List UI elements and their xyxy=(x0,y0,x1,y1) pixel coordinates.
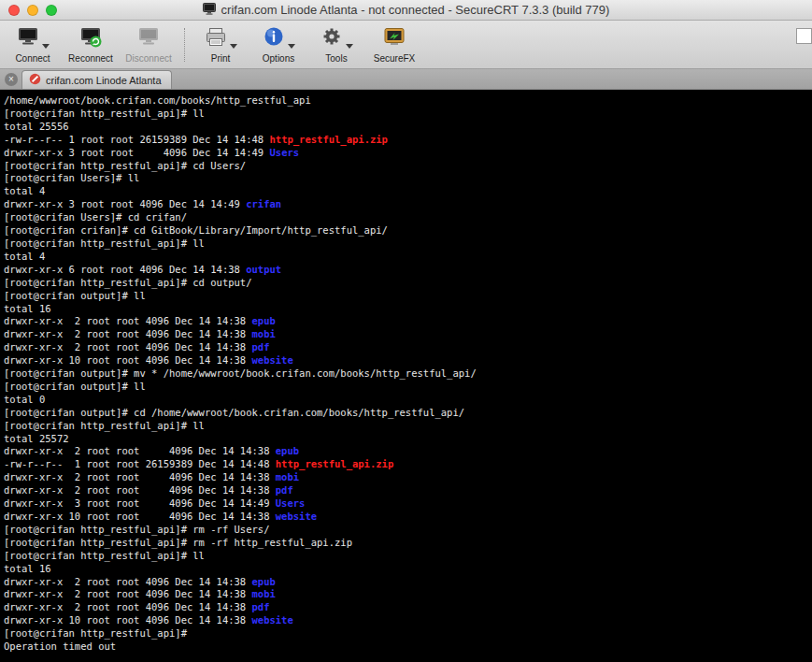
reconnect-icon xyxy=(78,25,103,52)
directory-name: Users xyxy=(276,497,306,509)
directory-name: pdf xyxy=(276,484,293,496)
terminal-text: [root@crifan Users]# cd crifan/ xyxy=(4,211,187,223)
tools-icon xyxy=(320,25,344,52)
terminal-text: [root@crifan http_restful_api]# ll xyxy=(4,550,205,561)
terminal-output[interactable]: /home/wwwroot/book.crifan.com/books/http… xyxy=(0,90,812,662)
toolbar-separator xyxy=(184,28,185,62)
terminal-line: drwxr-xr-x 2 root root 4096 Dec 14 14:38… xyxy=(4,341,812,354)
terminal-line: [root@crifan http_restful_api]# rm -rf h… xyxy=(4,537,812,550)
terminal-text: [root@crifan output]# ll xyxy=(4,381,146,392)
terminal-text: [root@crifan output]# mv * /home/wwwroot… xyxy=(4,367,477,379)
directory-name: epub xyxy=(252,315,276,326)
terminal-line: [root@crifan crifan]# cd GitBook/Library… xyxy=(4,224,812,237)
terminal-text: [root@crifan http_restful_api]# xyxy=(4,627,187,639)
print-button[interactable]: Print xyxy=(192,23,249,66)
terminal-text: [root@crifan output]# ll xyxy=(4,290,146,301)
terminal-text: drwxr-xr-x 10 root root 4096 Dec 14 14:3… xyxy=(4,511,276,522)
directory-name: epub xyxy=(276,445,299,456)
terminal-text: [root@crifan http_restful_api]# rm -rf U… xyxy=(4,524,269,535)
print-icon xyxy=(204,25,228,52)
terminal-text: drwxr-xr-x 10 root root 4096 Dec 14 14:3… xyxy=(4,614,252,626)
directory-name: mobi xyxy=(252,328,276,339)
reconnect-label: Reconnect xyxy=(68,53,113,64)
terminal-line: total 25572 xyxy=(4,433,812,446)
terminal-line: drwxr-xr-x 2 root root 4096 Dec 14 14:38… xyxy=(4,445,812,458)
terminal-text: total 16 xyxy=(4,563,51,574)
terminal-line: -rw-r--r-- 1 root root 26159389 Dec 14 1… xyxy=(4,134,812,147)
terminal-line: [root@crifan output]# ll xyxy=(4,381,812,394)
terminal-line: total 16 xyxy=(4,303,812,316)
zoom-window-button[interactable] xyxy=(46,5,57,16)
terminal-line: [root@crifan http_restful_api]# xyxy=(4,627,812,640)
terminal-line: [root@crifan http_restful_api]# ll xyxy=(4,237,812,251)
tab-bar: × crifan.com Linode Atlanta xyxy=(0,69,812,90)
directory-name: website xyxy=(252,614,293,626)
terminal-line: drwxr-xr-x 2 root root 4096 Dec 14 14:38… xyxy=(4,328,812,341)
terminal-text: [root@crifan http_restful_api]# ll xyxy=(4,108,205,119)
directory-name: mobi xyxy=(252,588,276,599)
terminal-text: drwxr-xr-x 6 root root 4096 Dec 14 14:38 xyxy=(4,264,246,275)
terminal-text: drwxr-xr-x 3 root root 4096 Dec 14 14:49 xyxy=(4,147,269,158)
terminal-line: drwxr-xr-x 3 root root 4096 Dec 14 14:49… xyxy=(4,198,812,211)
terminal-text: total 25572 xyxy=(4,433,69,444)
traffic-lights xyxy=(8,5,57,16)
terminal-text: drwxr-xr-x 2 root root 4096 Dec 14 14:38 xyxy=(4,588,252,599)
minimize-window-button[interactable] xyxy=(27,5,38,16)
connect-button[interactable]: Connect xyxy=(4,23,62,66)
directory-name: pdf xyxy=(252,341,270,353)
terminal-line: drwxr-xr-x 2 root root 4096 Dec 14 14:38… xyxy=(4,471,812,484)
terminal-line: drwxr-xr-x 3 root root 4096 Dec 14 14:49… xyxy=(4,147,812,160)
directory-name: crifan xyxy=(246,198,281,209)
securefx-button[interactable]: SecureFX xyxy=(365,23,423,66)
terminal-line: [root@crifan http_restful_api]# ll xyxy=(4,420,812,433)
terminal-line: drwxr-xr-x 2 root root 4096 Dec 14 14:38… xyxy=(4,315,812,328)
terminal-text: Operation timed out xyxy=(4,640,116,652)
securefx-label: SecureFX xyxy=(374,53,415,64)
window-title-group: crifan.com Linode Atlanta - not connecte… xyxy=(203,3,610,18)
terminal-text: [root@crifan http_restful_api]# cd outpu… xyxy=(4,277,252,288)
terminal-text: drwxr-xr-x 2 root root 4096 Dec 14 14:38 xyxy=(4,328,252,339)
terminal-line: drwxr-xr-x 10 root root 4096 Dec 14 14:3… xyxy=(4,354,812,367)
app-icon xyxy=(203,3,216,18)
terminal-text: [root@crifan http_restful_api]# rm -rf h… xyxy=(4,537,352,548)
terminal-line: total 4 xyxy=(4,251,812,264)
print-dropdown-arrow[interactable] xyxy=(230,44,237,49)
options-icon xyxy=(262,25,286,52)
terminal-line: drwxr-xr-x 2 root root 4096 Dec 14 14:38… xyxy=(4,484,812,497)
terminal-line: total 4 xyxy=(4,185,812,198)
session-tab[interactable]: crifan.com Linode Atlanta xyxy=(21,70,172,89)
options-dropdown-arrow[interactable] xyxy=(288,44,295,49)
terminal-text: drwxr-xr-x 2 root root 4096 Dec 14 14:38 xyxy=(4,445,276,456)
print-label: Print xyxy=(211,53,231,64)
directory-name: pdf xyxy=(252,601,270,612)
terminal-line: [root@crifan output]# ll xyxy=(4,290,812,303)
terminal-text: drwxr-xr-x 2 root root 4096 Dec 14 14:38 xyxy=(4,315,252,326)
terminal-line: [root@crifan http_restful_api]# ll xyxy=(4,550,812,563)
terminal-text: total 16 xyxy=(4,303,51,314)
directory-name: website xyxy=(252,354,293,366)
terminal-text: [root@crifan crifan]# cd GitBook/Library… xyxy=(4,224,388,236)
tools-dropdown-arrow[interactable] xyxy=(346,44,353,49)
terminal-line: [root@crifan Users]# cd crifan/ xyxy=(4,211,812,224)
terminal-text: -rw-r--r-- 1 root root 26159389 Dec 14 1… xyxy=(4,458,276,469)
terminal-line: drwxr-xr-x 6 root root 4096 Dec 14 14:38… xyxy=(4,264,812,277)
options-button[interactable]: Options xyxy=(249,23,307,66)
toolbar-white-box xyxy=(796,28,812,44)
connect-dropdown-arrow[interactable] xyxy=(42,44,50,49)
tools-button[interactable]: Tools xyxy=(307,23,365,66)
terminal-text: drwxr-xr-x 2 root root 4096 Dec 14 14:38 xyxy=(4,601,252,612)
close-window-button[interactable] xyxy=(8,5,20,16)
reconnect-button[interactable]: Reconnect xyxy=(62,23,120,66)
terminal-text: drwxr-xr-x 3 root root 4096 Dec 14 14:49 xyxy=(4,497,276,509)
terminal-text: drwxr-xr-x 3 root root 4096 Dec 14 14:49 xyxy=(4,198,246,209)
terminal-text: drwxr-xr-x 2 root root 4096 Dec 14 14:38 xyxy=(4,471,276,482)
disconnect-icon xyxy=(136,25,161,52)
disconnect-label: Disconnect xyxy=(125,53,171,64)
tab-close-icon[interactable]: × xyxy=(5,73,18,86)
terminal-line: [root@crifan http_restful_api]# cd Users… xyxy=(4,160,812,173)
terminal-text: total 0 xyxy=(4,394,45,405)
disconnect-button[interactable]: Disconnect xyxy=(120,23,178,66)
terminal-line: total 16 xyxy=(4,563,812,576)
terminal-line: /home/wwwroot/book.crifan.com/books/http… xyxy=(4,94,812,108)
terminal-line: drwxr-xr-x 2 root root 4096 Dec 14 14:38… xyxy=(4,601,812,614)
